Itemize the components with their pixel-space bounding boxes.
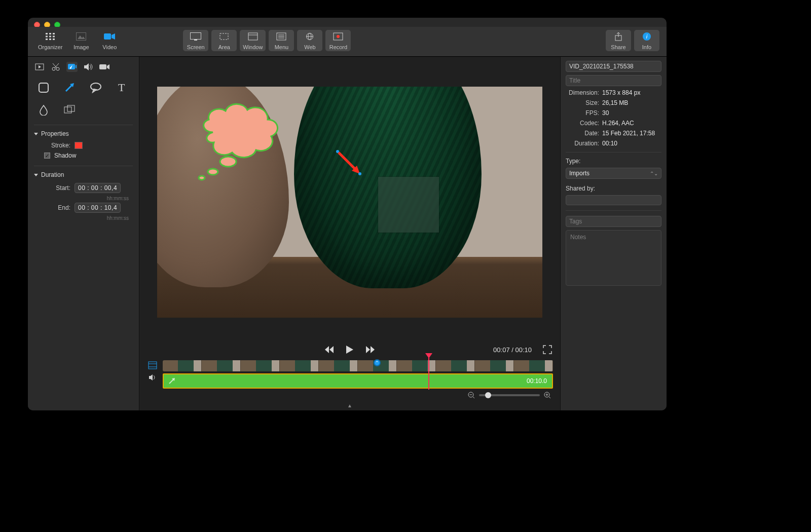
svg-rect-13 [191, 33, 201, 40]
svg-line-74 [549, 397, 550, 398]
capture-record-button[interactable]: Record [325, 30, 351, 51]
svg-marker-65 [149, 374, 153, 381]
start-time-input[interactable]: 00 : 00 : 00,4 [75, 183, 121, 193]
svg-marker-40 [84, 63, 89, 70]
edit-mode-row [32, 60, 135, 77]
capture-menu-button[interactable]: Menu [269, 30, 294, 51]
next-frame-button[interactable] [364, 344, 376, 355]
blur-annotation[interactable] [378, 177, 439, 233]
area-icon [218, 32, 230, 41]
end-time-input[interactable]: 00 : 00 : 10,4 [75, 203, 121, 213]
video-track-icon[interactable] [148, 361, 157, 369]
image-overlay-tool[interactable] [63, 103, 76, 117]
clip-arrow-icon [168, 377, 176, 385]
info-icon: i [641, 32, 652, 41]
canvas-wrap [139, 57, 560, 337]
shared-by-field[interactable] [566, 195, 661, 205]
info-label: Info [642, 44, 651, 50]
callout-tool[interactable] [89, 81, 102, 94]
shape-tool[interactable] [37, 81, 50, 94]
svg-marker-47 [93, 89, 96, 92]
title-field[interactable]: Title [566, 75, 661, 86]
dimension-value: 1573 x 884 px [602, 89, 661, 96]
video-label: Video [102, 44, 117, 50]
timeline-zoom [146, 389, 553, 399]
svg-marker-42 [107, 64, 109, 69]
dimension-label: Dimension: [566, 89, 599, 96]
clip-duration-label: 00:10.0 [527, 377, 547, 385]
type-select[interactable]: Imports ⌃⌄ [566, 168, 661, 179]
svg-marker-38 [76, 64, 77, 69]
properties-header[interactable]: Properties [32, 129, 135, 140]
image-icon [76, 32, 87, 41]
duration-header[interactable]: Duration [32, 170, 135, 181]
filename-field[interactable]: VID_20210215_175538 [566, 61, 661, 72]
share-button[interactable]: Share [606, 30, 631, 51]
svg-rect-41 [99, 64, 106, 69]
annotation-clip[interactable]: 00:10.0 [163, 373, 553, 389]
prev-frame-button[interactable] [324, 344, 335, 355]
zoom-in-icon[interactable] [544, 392, 551, 399]
capture-web-button[interactable]: Web [297, 30, 322, 51]
organizer-label: Organizer [38, 44, 62, 50]
notes-placeholder: Notes [566, 231, 661, 244]
zoom-slider[interactable] [479, 394, 540, 396]
annotate-icon[interactable] [66, 62, 78, 72]
thumbnail-strip[interactable] [163, 360, 553, 371]
select-chevron-icon: ⌃⌄ [650, 171, 658, 176]
annotation-tools: T [32, 77, 135, 124]
capture-menu-label: Menu [275, 44, 289, 50]
audio-track-icon[interactable] [148, 373, 157, 382]
play-button[interactable] [344, 344, 355, 355]
camera-icon[interactable] [99, 62, 110, 72]
organizer-mode-button[interactable]: Organizer [35, 30, 65, 51]
zoom-out-icon[interactable] [468, 392, 475, 399]
zoom-knob[interactable] [485, 392, 491, 398]
svg-point-26 [337, 35, 340, 38]
svg-line-44 [66, 85, 72, 91]
capture-window-button[interactable]: Window [240, 30, 266, 51]
info-button[interactable]: i Info [634, 30, 659, 51]
text-tool[interactable]: T [115, 81, 128, 94]
screen-icon [190, 32, 201, 41]
tags-field[interactable]: Tags [566, 216, 661, 227]
svg-marker-57 [325, 346, 329, 353]
shadow-label: Shadow [54, 152, 76, 159]
timeline-area: ⌃ 00:10.0 [139, 360, 560, 402]
date-label: Date: [566, 130, 599, 137]
panel-resize-handle[interactable]: ▲ [139, 402, 560, 410]
arrow-tool[interactable] [63, 81, 76, 94]
svg-rect-2 [53, 33, 55, 34]
audio-icon[interactable] [83, 62, 94, 72]
video-mode-button[interactable]: Video [97, 30, 122, 51]
image-mode-button[interactable]: Image [68, 30, 94, 51]
blur-tool[interactable] [37, 103, 50, 117]
shadow-checkbox[interactable]: ✓ [44, 153, 50, 159]
stroke-color-swatch[interactable] [75, 142, 83, 149]
svg-marker-32 [39, 65, 41, 68]
svg-marker-10 [78, 35, 85, 39]
share-label: Share [611, 44, 625, 50]
video-canvas[interactable] [157, 87, 542, 318]
svg-rect-11 [104, 33, 111, 40]
image-label: Image [73, 44, 89, 50]
date-value: 15 Feb 2021, 17:58 [602, 130, 661, 137]
playhead[interactable] [428, 357, 429, 390]
capture-window-label: Window [243, 44, 263, 50]
center-panel: 00:07 / 00:10 ⌃ [139, 57, 560, 410]
video-icon [104, 32, 115, 41]
timeline-body[interactable]: ⌃ 00:10.0 [163, 360, 553, 389]
capture-screen-button[interactable]: Screen [183, 30, 208, 51]
size-label: Size: [566, 99, 599, 106]
timeline-marker[interactable]: ⌃ [374, 359, 381, 366]
capture-area-button[interactable]: Area [211, 30, 237, 51]
notes-field[interactable]: Notes [566, 230, 661, 286]
fullscreen-button[interactable] [543, 345, 552, 354]
svg-rect-7 [49, 39, 51, 40]
fps-label: FPS: [566, 109, 599, 117]
cut-icon[interactable] [50, 62, 61, 72]
shadow-row[interactable]: ✓ Shadow [32, 150, 135, 161]
svg-rect-15 [220, 33, 228, 40]
trim-icon[interactable] [34, 62, 45, 72]
properties-title: Properties [41, 130, 69, 137]
